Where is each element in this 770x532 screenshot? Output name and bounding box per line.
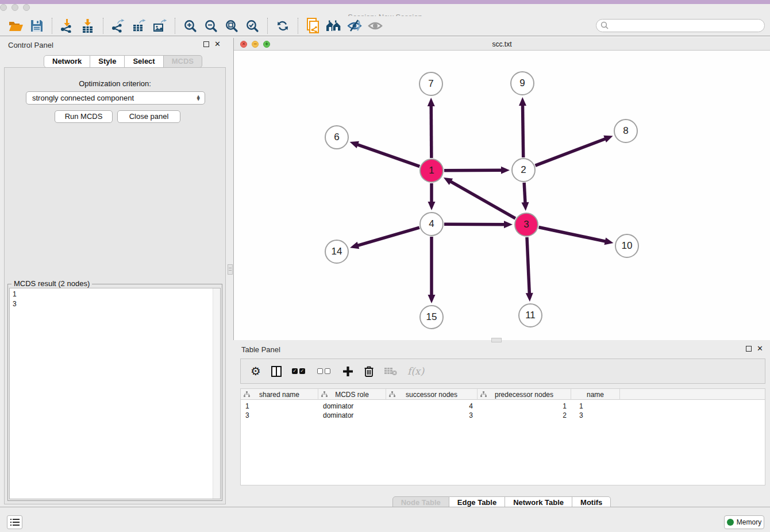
table-row[interactable]: 3 dominator 3 2 3 — [241, 411, 765, 420]
zoom-in-icon[interactable] — [182, 17, 199, 34]
graph-node-9[interactable]: 9 — [510, 71, 534, 95]
cell-predecessor-nodes[interactable]: 2 — [478, 411, 571, 420]
network-canvas[interactable]: 1234678910111415 — [234, 51, 770, 340]
graph-node-8[interactable]: 8 — [614, 119, 638, 143]
tab-mcds[interactable]: MCDS — [164, 55, 202, 68]
export-image-icon[interactable] — [151, 17, 168, 34]
mcds-result-box[interactable]: 1 3 — [9, 288, 221, 499]
graph-edge-2-8[interactable] — [536, 138, 606, 165]
toolbar-separator — [267, 18, 268, 34]
graph-node-14[interactable]: 14 — [325, 240, 349, 264]
graph-node-11[interactable]: 11 — [518, 303, 542, 327]
minimize-window-icon[interactable] — [11, 4, 18, 11]
export-table-icon[interactable] — [130, 17, 148, 34]
graph-edge-1-2[interactable] — [444, 170, 502, 171]
memory-status-icon — [727, 519, 734, 526]
tab-select[interactable]: Select — [125, 55, 163, 68]
show-columns-icon[interactable] — [271, 363, 282, 380]
graph-node-15[interactable]: 15 — [419, 305, 444, 329]
save-session-icon[interactable] — [28, 17, 45, 34]
table-settings-gear-icon[interactable]: ⚙ — [251, 363, 261, 380]
network-maximize-icon[interactable]: + — [263, 41, 270, 48]
network-minimize-icon[interactable]: − — [252, 41, 259, 48]
cell-shared-name[interactable]: 3 — [241, 411, 318, 420]
optimization-criterion-dropdown[interactable]: strongly connected component ▲▼ — [26, 91, 205, 105]
deselect-all-icon[interactable] — [317, 363, 332, 380]
show-all-icon[interactable] — [367, 17, 384, 34]
column-header-predecessor-nodes[interactable]: predecessor nodes — [478, 389, 571, 400]
graph-edge-4-3[interactable] — [444, 224, 505, 225]
graph-edge-3-10[interactable] — [539, 228, 606, 242]
hierarchy-icon — [480, 391, 487, 398]
task-history-button[interactable] — [7, 515, 22, 529]
export-network-icon[interactable] — [110, 17, 127, 34]
graph-node-3[interactable]: 3 — [514, 213, 538, 237]
column-header-mcds-role[interactable]: MCDS role — [318, 389, 386, 400]
zoom-fit-icon[interactable] — [223, 17, 240, 34]
float-table-panel-icon[interactable] — [746, 346, 752, 352]
close-panel-button[interactable]: Close panel — [117, 110, 180, 123]
cell-mcds-role[interactable]: dominator — [318, 402, 386, 411]
network-window-titlebar[interactable]: ✕ − + scc.txt — [234, 38, 770, 51]
import-network-icon[interactable] — [59, 17, 76, 34]
import-table-icon[interactable] — [79, 17, 97, 34]
graph-edge-1-6[interactable] — [357, 144, 419, 166]
graph-node-1[interactable]: 1 — [419, 159, 444, 183]
close-table-panel-icon[interactable]: ✕ — [757, 345, 763, 352]
node-table[interactable]: shared name MCDS role successor nodes pr… — [240, 388, 765, 485]
run-mcds-button[interactable]: Run MCDS — [55, 110, 113, 123]
close-window-icon[interactable] — [0, 4, 7, 11]
cell-shared-name[interactable]: 1 — [241, 402, 318, 411]
cell-name[interactable]: 3 — [571, 411, 620, 420]
float-panel-icon[interactable] — [203, 41, 209, 47]
graph-edge-2-3[interactable] — [524, 183, 525, 203]
graph-edge-4-14[interactable] — [357, 228, 419, 246]
zoom-selected-icon[interactable] — [244, 17, 261, 34]
graph-node-4[interactable]: 4 — [419, 212, 444, 236]
main-window-controls — [0, 4, 770, 11]
search-field[interactable] — [596, 19, 765, 32]
tab-network[interactable]: Network — [44, 55, 90, 68]
search-input[interactable] — [609, 21, 764, 31]
cell-predecessor-nodes[interactable]: 1 — [478, 402, 571, 411]
zoom-out-icon[interactable] — [202, 17, 220, 34]
graph-edge-1-7[interactable] — [431, 105, 432, 158]
delete-trash-icon[interactable] — [364, 363, 374, 380]
column-header-successor-nodes[interactable]: successor nodes — [386, 389, 478, 400]
cell-name[interactable]: 1 — [571, 402, 620, 411]
hierarchy-icon — [389, 391, 395, 398]
graph-edge-2-9[interactable] — [522, 105, 523, 157]
close-panel-icon[interactable]: ✕ — [214, 41, 221, 48]
refresh-icon[interactable] — [274, 17, 291, 34]
toolbar-separator — [52, 18, 52, 34]
vertical-splitter-grip[interactable] — [228, 264, 233, 275]
graph-edge-3-1[interactable] — [450, 181, 515, 218]
graph-node-2[interactable]: 2 — [511, 158, 536, 182]
graph-edge-3-11[interactable] — [527, 237, 529, 294]
cell-successor-nodes[interactable]: 4 — [386, 402, 478, 411]
column-header-name[interactable]: name — [571, 389, 620, 400]
graph-node-6[interactable]: 6 — [325, 125, 349, 149]
hide-selected-icon[interactable] — [346, 17, 363, 34]
graph-node-7[interactable]: 7 — [419, 72, 443, 96]
new-network-from-selection-icon[interactable] — [305, 17, 322, 34]
column-header-shared-name[interactable]: shared name — [241, 389, 318, 400]
table-row[interactable]: 1 dominator 4 1 1 — [241, 402, 765, 411]
hierarchy-icon — [244, 391, 250, 398]
desktop-background-strip — [0, 0, 770, 4]
cell-successor-nodes[interactable]: 3 — [386, 411, 478, 420]
delete-table-icon — [384, 363, 397, 380]
add-row-plus-icon[interactable] — [342, 363, 353, 380]
select-all-icon[interactable]: ✓✓ — [292, 363, 307, 380]
horizontal-splitter-grip[interactable] — [491, 338, 502, 342]
tab-style[interactable]: Style — [90, 55, 125, 68]
first-neighbors-icon[interactable] — [325, 17, 342, 34]
result-scrollbar[interactable] — [213, 288, 220, 499]
maximize-window-icon[interactable] — [23, 4, 30, 11]
status-bar: Memory — [0, 507, 770, 532]
network-close-icon[interactable]: ✕ — [240, 41, 247, 48]
memory-button[interactable]: Memory — [724, 515, 764, 529]
open-session-icon[interactable] — [7, 17, 25, 34]
graph-node-10[interactable]: 10 — [615, 234, 639, 258]
cell-mcds-role[interactable]: dominator — [318, 411, 386, 420]
